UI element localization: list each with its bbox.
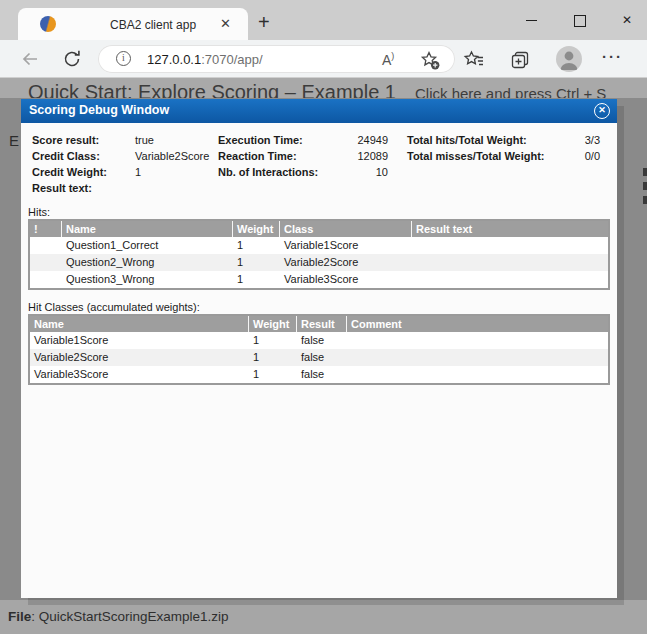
table-row[interactable]: Question1_Correct 1 Variable1Score: [30, 237, 608, 254]
credit-class-value: Variable2Score: [135, 150, 209, 162]
add-favorite-icon[interactable]: [420, 50, 440, 70]
window-maximize-button[interactable]: [557, 0, 603, 40]
result-text-label: Result text:: [32, 182, 92, 194]
back-button-icon[interactable]: [20, 49, 40, 69]
reaction-time-label: Reaction Time:: [218, 150, 297, 162]
scoring-debug-window: Scoring Debug Window ✕ Score result: tru…: [21, 99, 617, 598]
hit-classes-table-header: Name Weight Result Comment: [30, 316, 608, 332]
table-row[interactable]: Variable2Score 1 false: [30, 349, 608, 366]
url-path: :7070/app/: [201, 52, 262, 67]
dialog-close-button[interactable]: ✕: [594, 103, 610, 119]
page-top-strip: Quick Start: Explore Scoring – Example 1…: [0, 78, 647, 98]
execution-time-label: Execution Time:: [218, 134, 303, 146]
maximize-icon: [574, 15, 586, 27]
hits-col-flag: !: [30, 221, 62, 237]
credit-class-label: Credit Class:: [32, 150, 100, 162]
clipped-text-fragment: [643, 182, 647, 190]
site-favicon-icon: [40, 16, 56, 32]
hits-col-name: Name: [62, 221, 233, 237]
total-misses-value: 0/0: [541, 150, 600, 162]
refresh-button-icon[interactable]: [62, 49, 82, 69]
classes-col-comment: Comment: [347, 316, 608, 332]
tab-title: CBA2 client app: [110, 18, 196, 32]
dialog-titlebar[interactable]: Scoring Debug Window ✕: [21, 99, 617, 123]
tab-close-icon[interactable]: ✕: [220, 16, 231, 31]
score-result-value: true: [135, 134, 154, 146]
page-heading: Quick Start: Explore Scoring – Example 1: [28, 81, 396, 98]
person-icon: [556, 46, 582, 72]
favorites-hub-icon[interactable]: [463, 49, 485, 71]
table-row[interactable]: Variable1Score 1 false: [30, 332, 608, 349]
classes-col-weight: Weight: [249, 316, 297, 332]
url-text[interactable]: 127.0.0.1:7070/app/: [147, 52, 263, 67]
score-result-label: Score result:: [32, 134, 99, 146]
profile-avatar[interactable]: [556, 46, 582, 72]
collections-icon[interactable]: [510, 50, 530, 70]
execution-time-value: 24949: [301, 134, 388, 146]
clipped-text-fragment: [643, 168, 647, 176]
hits-caption: Hits:: [28, 206, 50, 218]
settings-more-button[interactable]: ···: [602, 48, 623, 65]
minimize-icon: [526, 20, 537, 21]
nb-interactions-value: 10: [301, 166, 388, 178]
window-minimize-button[interactable]: [508, 0, 554, 40]
total-misses-label: Total misses/Total Weight:: [407, 150, 545, 162]
clipped-text-fragment: [643, 196, 647, 204]
hits-col-result: Result text: [412, 221, 608, 237]
hit-classes-caption: Hit Classes (accumulated weights):: [28, 301, 200, 313]
hits-col-class: Class: [280, 221, 412, 237]
new-tab-button[interactable]: +: [258, 11, 270, 34]
hits-col-weight: Weight: [233, 221, 280, 237]
page-hint-text: Click here and press Ctrl + S: [415, 85, 606, 98]
hits-table-header: ! Name Weight Class Result text: [30, 221, 608, 237]
credit-weight-value: 1: [135, 166, 141, 178]
site-info-icon[interactable]: i: [116, 51, 131, 66]
total-hits-label: Total hits/Total Weight:: [407, 134, 527, 146]
hit-classes-table: Name Weight Result Comment Variable1Scor…: [28, 314, 610, 385]
file-name-text: File: QuickStartScoringExample1.zip: [8, 609, 229, 624]
file-status-bar: File: QuickStartScoringExample1.zip: [0, 600, 647, 634]
classes-col-result: Result: [297, 316, 347, 332]
read-aloud-icon[interactable]: A): [382, 51, 394, 68]
hits-table: ! Name Weight Class Result text Question…: [28, 219, 610, 290]
tab-strip: CBA2 client app ✕ + ✕: [0, 0, 647, 40]
url-host: 127.0.0.1: [147, 52, 201, 67]
total-hits-value: 3/3: [541, 134, 600, 146]
table-row[interactable]: Variable3Score 1 false: [30, 366, 608, 383]
classes-col-name: Name: [30, 316, 249, 332]
reaction-time-value: 12089: [301, 150, 388, 162]
table-row[interactable]: Question2_Wrong 1 Variable2Score: [30, 254, 608, 271]
credit-weight-label: Credit Weight:: [32, 166, 107, 178]
window-close-button[interactable]: ✕: [604, 0, 647, 40]
dialog-body: Score result: true Credit Class: Variabl…: [21, 123, 617, 598]
dialog-title: Scoring Debug Window: [29, 103, 169, 117]
clipped-page-text: E: [9, 132, 19, 149]
table-row[interactable]: Question3_Wrong 1 Variable3Score: [30, 271, 608, 288]
